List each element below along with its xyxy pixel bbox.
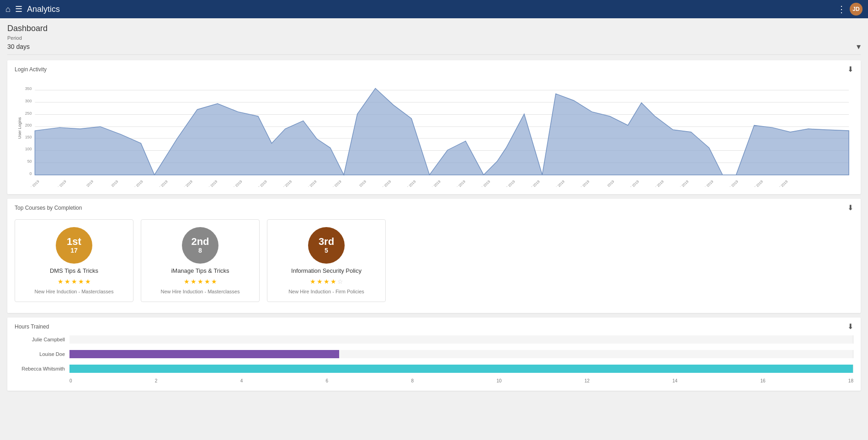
svg-text:Feb 6 2019: Feb 6 2019 [227,180,243,187]
svg-text:350: 350 [25,86,32,91]
svg-text:Feb 22 2019: Feb 22 2019 [623,180,640,187]
download-icon[interactable]: ⬇ [847,65,853,74]
svg-text:Feb 28 2019: Feb 28 2019 [772,180,789,187]
x-axis-labels: 024681012141618 [69,378,853,383]
svg-text:50: 50 [27,159,32,164]
x-tick-label: 6 [326,378,329,383]
course-name: iManage Tips & Tricks [171,267,229,274]
login-activity-header: Login Activity ⬇ [15,65,853,74]
star: ★ [204,278,210,285]
bar-track [69,365,853,373]
x-tick-label: 12 [585,378,590,383]
bar-row: Julie Campbell [15,334,853,345]
rank-count: 5 [325,247,328,254]
rank-text: 3rd [319,237,334,247]
svg-text:250: 250 [25,111,32,116]
bar-label: Louise Doe [15,351,69,357]
x-tick-label: 8 [411,378,414,383]
star: ★ [324,278,330,285]
course-category: New Hire Induction - Masterclasses [160,289,240,294]
svg-text:150: 150 [25,135,32,139]
bar-fill [69,350,339,358]
bar-fill [69,365,853,373]
top-courses-title: Top Courses by Completion [15,205,82,211]
svg-text:Feb 2 2019: Feb 2 2019 [128,180,144,187]
period-value: 30 days [7,43,30,50]
star: ★ [310,278,316,285]
app-title: Analytics [27,5,60,14]
chevron-down-icon: ▾ [857,42,861,52]
svg-text:Feb 27 2019: Feb 27 2019 [746,180,764,187]
svg-text:Feb 7 2019: Feb 7 2019 [252,180,268,187]
home-icon[interactable]: ⌂ [5,5,11,14]
download-icon-hours[interactable]: ⬇ [847,322,853,331]
page-title: Dashboard [7,24,861,33]
more-vert-icon[interactable]: ⋮ [837,4,846,15]
svg-text:Feb 1 2019: Feb 1 2019 [103,180,119,187]
svg-text:100: 100 [25,147,32,151]
svg-text:Jan 30 2019: Jan 30 2019 [50,180,67,187]
x-tick-label: 10 [496,378,501,383]
period-dropdown[interactable]: 30 days ▾ [7,42,861,55]
svg-text:Feb 17 2019: Feb 17 2019 [499,180,516,187]
x-tick-label: 18 [848,378,853,383]
top-courses-card: Top Courses by Completion ⬇ 1st17DMS Tip… [7,199,861,313]
rank-count: 8 [198,247,202,254]
x-tick-label: 14 [672,378,677,383]
main-content: Dashboard Period 30 days ▾ Login Activit… [0,18,868,401]
course-card-3: 3rd5Information Security Policy★★★★☆New … [267,219,386,302]
svg-text:Feb 24 2019: Feb 24 2019 [672,180,690,187]
star: ★ [71,278,77,285]
svg-text:Feb 15 2019: Feb 15 2019 [449,180,466,187]
svg-text:Feb 9 2019: Feb 9 2019 [302,180,318,187]
svg-text:Feb 16 2019: Feb 16 2019 [474,180,491,187]
header-right: ⋮ JD [837,3,863,16]
svg-text:Jan 29 2019: Jan 29 2019 [23,180,40,187]
avatar[interactable]: JD [850,3,863,16]
courses-grid: 1st17DMS Tips & Tricks★★★★★New Hire Indu… [15,216,853,306]
bar-label: Rebecca Whitsmith [15,366,69,371]
svg-text:300: 300 [25,99,32,103]
svg-text:Feb 10 2019: Feb 10 2019 [325,180,342,187]
svg-text:Feb 23 2019: Feb 23 2019 [647,180,665,187]
svg-text:Feb 18 2019: Feb 18 2019 [523,180,541,187]
star: ★ [184,278,190,285]
x-tick-label: 4 [240,378,243,383]
period-label: Period [7,35,861,41]
svg-text:Feb 26 2019: Feb 26 2019 [722,180,739,187]
course-card-1: 1st17DMS Tips & Tricks★★★★★New Hire Indu… [15,219,133,302]
course-name: Information Security Policy [291,267,362,274]
star: ★ [58,278,64,285]
top-courses-header: Top Courses by Completion ⬇ [15,203,853,212]
svg-text:Jan 31 2019: Jan 31 2019 [77,180,94,187]
hours-trained-header: Hours Trained ⬇ [15,322,853,331]
rank-count: 17 [70,247,78,254]
svg-text:Feb 12 2019: Feb 12 2019 [375,180,392,187]
course-name: DMS Tips & Tricks [50,267,98,274]
course-stars: ★★★★★ [58,278,91,285]
star: ★ [78,278,84,285]
course-category: New Hire Induction - Firm Policies [288,289,364,294]
bar-row: Rebecca Whitsmith [15,364,853,374]
rank-circle: 2nd8 [182,227,218,264]
svg-text:Feb 8 2019: Feb 8 2019 [277,180,293,187]
svg-text:User Logins: User Logins [17,117,22,139]
svg-text:0: 0 [30,171,32,176]
rank-text: 2nd [191,237,209,247]
bar-label: Julie Campbell [15,337,69,342]
svg-text:Date: Date [438,186,448,187]
x-tick-label: 16 [760,378,765,383]
star: ★ [211,278,217,285]
star: ★ [85,278,91,285]
download-icon-courses[interactable]: ⬇ [847,203,853,212]
star: ★ [317,278,323,285]
course-card-2: 2nd8iManage Tips & Tricks★★★★★New Hire I… [141,219,260,302]
hours-trained-card: Hours Trained ⬇ Julie CampbellLouise Doe… [7,318,861,391]
svg-text:Feb 21 2019: Feb 21 2019 [598,180,615,187]
svg-text:Feb 19 2019: Feb 19 2019 [548,180,565,187]
svg-text:Feb 4 2019: Feb 4 2019 [178,180,194,187]
star: ★ [64,278,70,285]
login-activity-chart: 0 50 100 150 200 250 300 350 User Logins [15,77,853,187]
menu-icon[interactable]: ☰ [15,4,22,14]
svg-text:Feb 14 2019: Feb 14 2019 [424,180,442,187]
